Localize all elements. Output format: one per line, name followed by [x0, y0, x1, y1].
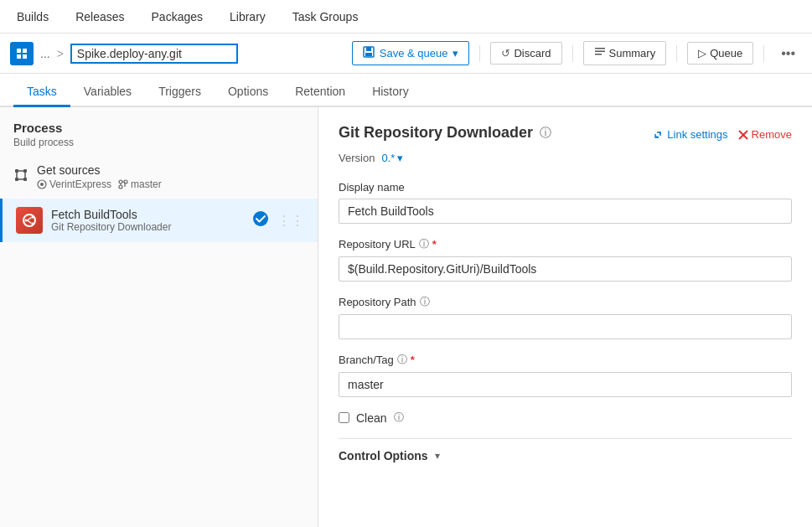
- repository-url-input[interactable]: [339, 256, 792, 282]
- svg-rect-0: [17, 49, 21, 53]
- tab-options[interactable]: Options: [215, 78, 282, 107]
- link-settings-button[interactable]: Link settings: [652, 128, 727, 141]
- process-sub: Build process: [13, 137, 304, 148]
- discard-icon: ↺: [501, 47, 510, 59]
- branch-tag-label: Branch/Tag ⓘ *: [339, 353, 792, 367]
- summary-button[interactable]: Summary: [583, 41, 667, 65]
- display-name-input[interactable]: [339, 199, 792, 224]
- nav-builds[interactable]: Builds: [13, 10, 52, 23]
- toolbar-separator-4: [763, 45, 764, 62]
- toolbar: ... > Save & queue ▾ ↺ Discard Summary ▷…: [0, 34, 812, 74]
- task-item-fetch-buildtools[interactable]: Fetch BuildTools Git Repository Download…: [0, 199, 318, 242]
- link-settings-label: Link settings: [667, 128, 727, 141]
- nav-packages[interactable]: Packages: [148, 10, 206, 23]
- repo-url-info-icon[interactable]: ⓘ: [419, 237, 429, 251]
- repository-path-label: Repository Path ⓘ: [339, 295, 792, 309]
- version-value[interactable]: 0.* ▾: [381, 152, 403, 164]
- tab-bar: Tasks Variables Triggers Options Retenti…: [0, 74, 812, 107]
- toolbar-separator-2: [572, 45, 573, 62]
- breadcrumb-input[interactable]: [70, 44, 238, 64]
- repository-path-field: Repository Path ⓘ: [339, 295, 792, 339]
- repo-path-info-icon[interactable]: ⓘ: [420, 295, 430, 309]
- get-sources-branch: master: [118, 178, 162, 190]
- right-panel: Git Repository Downloader ⓘ Link setting…: [318, 107, 812, 527]
- discard-button[interactable]: ↺ Discard: [490, 42, 561, 65]
- repo-url-required: *: [432, 238, 437, 251]
- tab-tasks[interactable]: Tasks: [13, 78, 70, 107]
- summary-label: Summary: [609, 47, 656, 59]
- get-sources-info: Get sources VerintExpress master: [37, 163, 162, 190]
- remove-button[interactable]: Remove: [738, 128, 792, 141]
- queue-button[interactable]: ▷ Queue: [687, 42, 753, 65]
- clean-info-icon[interactable]: ⓘ: [394, 411, 404, 425]
- task-info: Fetch BuildTools Git Repository Download…: [51, 208, 244, 233]
- svg-point-20: [119, 180, 122, 183]
- clean-checkbox[interactable]: [339, 412, 349, 423]
- task-name: Fetch BuildTools: [51, 208, 244, 221]
- queue-label: Queue: [710, 47, 742, 59]
- display-name-label: Display name: [339, 181, 792, 194]
- clean-row: Clean ⓘ: [339, 411, 792, 425]
- svg-rect-9: [595, 54, 602, 55]
- main-area: Process Build process Get sources: [0, 107, 812, 527]
- save-icon: [363, 46, 375, 60]
- more-actions-button[interactable]: •••: [774, 43, 802, 65]
- repository-url-field: Repository URL ⓘ *: [339, 237, 792, 282]
- svg-rect-12: [15, 178, 18, 181]
- svg-point-27: [253, 211, 268, 226]
- version-row: Version 0.* ▾: [339, 152, 792, 164]
- repository-url-label: Repository URL ⓘ *: [339, 237, 792, 251]
- breadcrumb-ellipsis[interactable]: ...: [40, 47, 50, 60]
- sidebar: Process Build process Get sources: [0, 107, 318, 527]
- branch-tag-required: *: [411, 354, 415, 366]
- panel-info-icon[interactable]: ⓘ: [540, 126, 551, 141]
- toolbar-separator-3: [676, 45, 677, 62]
- task-git-icon: [16, 207, 43, 234]
- get-sources-meta: VerintExpress master: [37, 178, 162, 190]
- svg-point-26: [32, 223, 34, 225]
- queue-icon: ▷: [698, 47, 706, 59]
- get-sources-item[interactable]: Get sources VerintExpress master: [0, 155, 318, 199]
- breadcrumb-sep: >: [57, 47, 64, 60]
- process-title: Process: [13, 121, 304, 135]
- save-and-queue-button[interactable]: Save & queue ▾: [352, 41, 470, 65]
- branch-tag-field: Branch/Tag ⓘ *: [339, 353, 792, 397]
- nav-library[interactable]: Library: [226, 10, 269, 23]
- save-and-queue-label: Save & queue: [380, 47, 448, 59]
- tab-triggers[interactable]: Triggers: [145, 78, 215, 107]
- tab-retention[interactable]: Retention: [282, 78, 359, 107]
- svg-rect-5: [366, 47, 371, 51]
- repository-path-input[interactable]: [339, 314, 792, 339]
- discard-label: Discard: [514, 47, 551, 59]
- get-sources-name: Get sources: [37, 163, 162, 177]
- task-drag-handle[interactable]: ⋮⋮: [277, 213, 304, 229]
- panel-actions: Link settings Remove: [652, 128, 792, 141]
- get-sources-icon: [13, 168, 28, 186]
- svg-rect-10: [15, 169, 18, 173]
- task-check-icon: [252, 210, 269, 231]
- svg-rect-1: [23, 49, 27, 53]
- save-dropdown-arrow[interactable]: ▾: [453, 47, 458, 59]
- nav-releases[interactable]: Releases: [72, 10, 127, 23]
- version-label: Version: [339, 152, 375, 164]
- svg-rect-7: [595, 48, 605, 49]
- nav-task-groups[interactable]: Task Groups: [289, 10, 362, 23]
- svg-rect-3: [23, 54, 27, 59]
- svg-point-25: [32, 216, 34, 219]
- branch-tag-info-icon[interactable]: ⓘ: [397, 353, 407, 367]
- svg-rect-11: [23, 169, 27, 173]
- svg-point-24: [25, 220, 28, 222]
- remove-label: Remove: [752, 128, 792, 141]
- svg-rect-2: [17, 54, 21, 59]
- branch-tag-input[interactable]: [339, 372, 792, 397]
- toolbar-separator-1: [479, 45, 480, 62]
- svg-rect-8: [595, 51, 605, 53]
- control-options-chevron: ▾: [435, 450, 440, 462]
- control-options-section[interactable]: Control Options ▾: [339, 438, 792, 473]
- tab-history[interactable]: History: [359, 78, 422, 107]
- svg-point-21: [119, 185, 122, 189]
- version-dropdown-icon: ▾: [397, 152, 403, 164]
- task-sub: Git Repository Downloader: [51, 221, 244, 233]
- process-section: Process Build process: [0, 107, 318, 155]
- tab-variables[interactable]: Variables: [70, 78, 145, 107]
